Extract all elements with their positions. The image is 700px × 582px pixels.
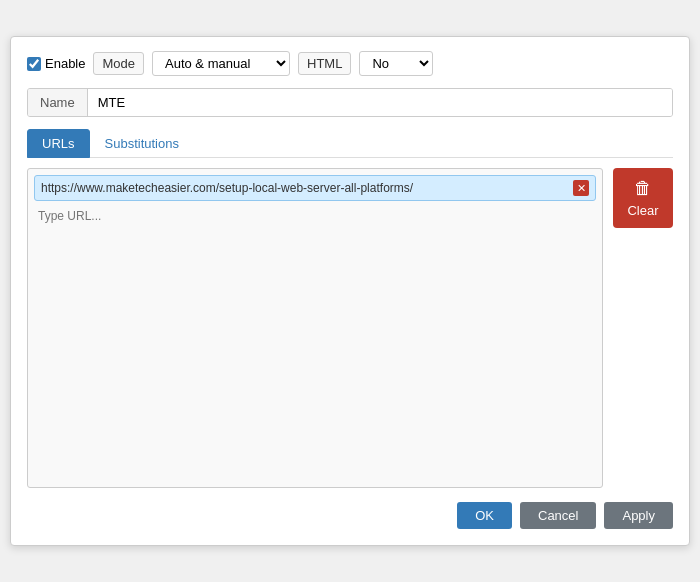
main-dialog: Enable Mode Auto & manual Auto Manual HT… <box>10 36 690 546</box>
enable-checkbox[interactable] <box>27 57 41 71</box>
url-section: https://www.maketecheasier.com/setup-loc… <box>27 168 673 488</box>
mode-label: Mode <box>93 52 144 75</box>
url-list-container: https://www.maketecheasier.com/setup-loc… <box>27 168 603 488</box>
trash-icon: 🗑 <box>634 178 652 199</box>
cancel-button[interactable]: Cancel <box>520 502 596 529</box>
tab-substitutions[interactable]: Substitutions <box>90 129 194 158</box>
mode-select[interactable]: Auto & manual Auto Manual <box>152 51 290 76</box>
name-input[interactable] <box>88 89 672 116</box>
tabs-container: URLs Substitutions <box>27 129 673 158</box>
html-label: HTML <box>298 52 351 75</box>
url-type-input[interactable] <box>34 207 596 225</box>
url-item-text: https://www.maketecheasier.com/setup-loc… <box>41 181 569 195</box>
name-label: Name <box>28 89 88 116</box>
html-select[interactable]: No Yes <box>359 51 433 76</box>
url-item: https://www.maketecheasier.com/setup-loc… <box>34 175 596 201</box>
toolbar: Enable Mode Auto & manual Auto Manual HT… <box>27 51 673 76</box>
name-row: Name <box>27 88 673 117</box>
enable-checkbox-label[interactable]: Enable <box>27 56 85 71</box>
apply-button[interactable]: Apply <box>604 502 673 529</box>
remove-icon: ✕ <box>577 182 586 195</box>
tab-urls[interactable]: URLs <box>27 129 90 158</box>
url-remove-button[interactable]: ✕ <box>573 180 589 196</box>
clear-label: Clear <box>627 203 658 218</box>
ok-button[interactable]: OK <box>457 502 512 529</box>
enable-label: Enable <box>45 56 85 71</box>
clear-button[interactable]: 🗑 Clear <box>613 168 673 228</box>
footer: OK Cancel Apply <box>27 502 673 529</box>
